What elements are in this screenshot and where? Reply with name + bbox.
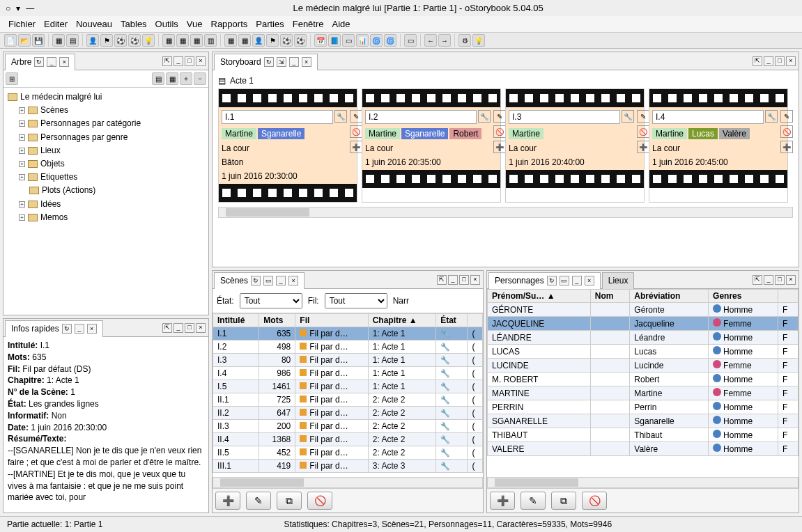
edit-icon[interactable]: ✎	[780, 110, 793, 123]
tree-item[interactable]: + Personnages par genre	[19, 131, 204, 144]
forbid-icon[interactable]: 🚫	[780, 125, 793, 138]
max-icon[interactable]: □	[775, 275, 785, 285]
table-row[interactable]: GÉRONTEGéronteHommeF	[488, 303, 799, 317]
tree-v2-icon[interactable]: ▦	[166, 72, 178, 85]
close2-icon[interactable]: ×	[470, 275, 480, 285]
expand-icon[interactable]: +	[19, 107, 25, 114]
swirl-icon[interactable]: 🌀	[384, 34, 396, 47]
fil-select[interactable]: Tout	[325, 293, 387, 308]
add-icon[interactable]: ➕	[493, 141, 506, 153]
add-icon[interactable]: ➕	[637, 141, 649, 153]
wrench-icon[interactable]: 🔧	[622, 110, 634, 123]
min-icon[interactable]: _	[276, 276, 286, 285]
expand-icon[interactable]: +	[19, 174, 25, 180]
table-row[interactable]: SGANARELLESganarelleHommeF	[488, 414, 799, 428]
card-id-input[interactable]	[509, 110, 620, 124]
edit-button[interactable]: ✎	[246, 492, 271, 510]
close-icon[interactable]: ×	[585, 276, 594, 285]
project-tree[interactable]: Le médecin malgré lui + Scènes+ Personna…	[3, 88, 208, 227]
tree-root[interactable]: Le médecin malgré lui	[8, 91, 204, 104]
edit-icon[interactable]: ✎	[350, 110, 362, 123]
back-icon[interactable]: ←	[424, 34, 437, 47]
worlds2-icon[interactable]: ⚽	[294, 34, 307, 47]
min-icon[interactable]: _	[572, 276, 582, 285]
table-row[interactable]: II.2647Fil par d…2: Acte 2(	[213, 407, 483, 420]
expand-icon[interactable]: +	[19, 201, 25, 208]
pin-icon[interactable]: ⇱	[162, 323, 172, 333]
min-icon[interactable]: _	[47, 57, 56, 67]
grid3-icon[interactable]: ▦	[190, 34, 203, 47]
spiral-icon[interactable]: 🌀	[370, 34, 383, 47]
tree-item[interactable]: Plots (Actions)	[19, 184, 204, 197]
card-id-input[interactable]	[365, 110, 477, 124]
tree-item[interactable]: + Scènes	[19, 104, 204, 117]
card-id-input[interactable]	[222, 110, 333, 124]
edit-icon[interactable]: ✎	[637, 110, 649, 123]
close2-icon[interactable]: ×	[196, 323, 206, 333]
table-row[interactable]: II.41368Fil par d…2: Acte 2(	[213, 433, 483, 446]
page-icon[interactable]: ▭	[342, 34, 355, 47]
cal-icon[interactable]: 📅	[314, 34, 327, 47]
add-icon[interactable]: ➕	[350, 141, 362, 153]
refresh-icon[interactable]: ↻	[62, 324, 72, 334]
min2-icon[interactable]: _	[764, 56, 773, 66]
table-row[interactable]: VALEREValèreHommeF	[488, 442, 799, 456]
col-header[interactable]: Chapitre ▲	[368, 314, 435, 327]
tree-item[interactable]: + Idées	[19, 198, 204, 211]
copy-button[interactable]: ⧉	[551, 492, 576, 510]
add-button[interactable]: ➕	[215, 492, 240, 510]
forbid-icon[interactable]: 🚫	[350, 125, 362, 138]
new-icon[interactable]: 📄	[4, 34, 17, 47]
max-icon[interactable]: □	[185, 323, 194, 333]
min-icon[interactable]: _	[289, 57, 299, 67]
char-tag[interactable]: Sganarelle	[401, 128, 448, 139]
menu-editer[interactable]: Editer	[44, 19, 68, 29]
char-tag[interactable]: Valère	[719, 128, 750, 139]
expand-icon[interactable]: +	[19, 148, 25, 154]
columns-icon[interactable]: ▥	[204, 34, 217, 47]
edit-button[interactable]: ✎	[520, 492, 546, 510]
bulb-icon[interactable]: 💡	[142, 34, 155, 47]
col-header[interactable]: Mots	[259, 314, 295, 327]
grid5-icon[interactable]: ▦	[238, 34, 251, 47]
fwd-icon[interactable]: →	[438, 34, 451, 47]
refresh-icon[interactable]: ↻	[264, 57, 274, 67]
open-icon[interactable]: 📂	[18, 34, 31, 47]
lieux-tab[interactable]: Lieux	[602, 272, 635, 289]
opt-icon[interactable]: ⇲	[277, 57, 286, 67]
char-tag[interactable]: Lucas	[688, 128, 718, 139]
pin-icon[interactable]: ⇱	[753, 56, 762, 66]
menu-aide[interactable]: Aide	[332, 19, 350, 29]
table-row[interactable]: I.4986Fil par d…1: Acte 1(	[213, 367, 483, 380]
etat-select[interactable]: Tout	[240, 293, 302, 308]
config-icon[interactable]: ⚙	[458, 34, 471, 47]
grid2-icon[interactable]: ▦	[176, 34, 189, 47]
tree-tab[interactable]: Arbre ↻ _ ×	[5, 54, 75, 70]
storyboard-card[interactable]: 🔧MartineSganarelleLa courBâton1 juin 201…	[218, 88, 357, 203]
tree-item[interactable]: + Lieux	[19, 144, 204, 157]
table-row[interactable]: M. ROBERTRobertHommeF	[488, 373, 799, 386]
char-tag[interactable]: Sganarelle	[258, 128, 304, 139]
close-icon[interactable]: ×	[87, 324, 97, 334]
add-button[interactable]: ➕	[490, 492, 515, 510]
close-icon[interactable]: ×	[302, 57, 311, 67]
table-row[interactable]: MARTINEMartineFemmeF	[488, 386, 799, 400]
expand-icon[interactable]: +	[19, 134, 25, 141]
col-header[interactable]: Prénom/Su… ▲	[488, 290, 591, 303]
view1-icon[interactable]: ▦	[52, 34, 65, 47]
min2-icon[interactable]: _	[173, 56, 183, 66]
tree-v1-icon[interactable]: ▤	[152, 72, 164, 85]
storyboard-card[interactable]: 🔧MartineLucasValèreLa cour1 juin 2016 20…	[649, 88, 788, 203]
grid4-icon[interactable]: ▦	[224, 34, 237, 47]
char-tag[interactable]: Martine	[652, 128, 687, 139]
char-tag[interactable]: Martine	[222, 128, 256, 139]
storyboard-scrollbar[interactable]	[218, 207, 793, 218]
menu-rapports[interactable]: Rapports	[211, 19, 248, 29]
max-icon[interactable]: □	[775, 56, 785, 66]
menu-parties[interactable]: Parties	[256, 19, 284, 29]
storyboard-card[interactable]: 🔧MartineSganarelleRobertLa cour1 juin 20…	[362, 88, 501, 203]
table-row[interactable]: II.5452Fil par d…2: Acte 2(	[213, 446, 483, 460]
menu-outils[interactable]: Outils	[155, 19, 178, 29]
scenes-table[interactable]: IntituléMotsFilChapitre ▲ÉtatI.1635Fil p…	[213, 313, 483, 473]
refresh-icon[interactable]: ↻	[251, 276, 261, 285]
